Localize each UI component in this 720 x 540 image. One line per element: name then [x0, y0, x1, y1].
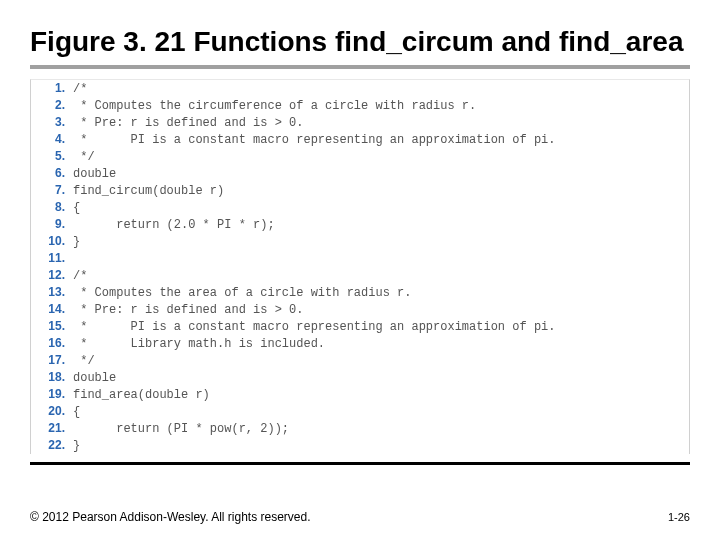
code-text: double	[73, 370, 116, 387]
code-line: 11.	[31, 250, 689, 267]
line-number: 13.	[31, 284, 73, 301]
code-text: * PI is a constant macro representing an…	[73, 132, 555, 149]
line-number: 5.	[31, 148, 73, 165]
code-line: 5. */	[31, 148, 689, 165]
line-number: 12.	[31, 267, 73, 284]
line-number: 17.	[31, 352, 73, 369]
line-number: 4.	[31, 131, 73, 148]
code-line: 12./*	[31, 267, 689, 284]
code-listing: 1./*2. * Computes the circumference of a…	[30, 79, 690, 454]
copyright-text: © 2012 Pearson Addison-Wesley. All right…	[30, 510, 311, 524]
code-line: 1./*	[31, 80, 689, 97]
line-number: 1.	[31, 80, 73, 97]
line-number: 11.	[31, 250, 73, 267]
code-text: }	[73, 438, 80, 455]
code-text: */	[73, 353, 95, 370]
code-text: * Computes the area of a circle with rad…	[73, 285, 411, 302]
code-text: * Pre: r is defined and is > 0.	[73, 302, 303, 319]
code-line: 20.{	[31, 403, 689, 420]
code-text: double	[73, 166, 116, 183]
code-line: 16. * Library math.h is included.	[31, 335, 689, 352]
code-line: 4. * PI is a constant macro representing…	[31, 131, 689, 148]
code-text: /*	[73, 268, 87, 285]
line-number: 19.	[31, 386, 73, 403]
line-number: 3.	[31, 114, 73, 131]
footer: © 2012 Pearson Addison-Wesley. All right…	[30, 510, 690, 524]
line-number: 6.	[31, 165, 73, 182]
code-line: 22.}	[31, 437, 689, 454]
line-number: 10.	[31, 233, 73, 250]
code-line: 21. return (PI * pow(r, 2));	[31, 420, 689, 437]
code-line: 19.find_area(double r)	[31, 386, 689, 403]
code-text: /*	[73, 81, 87, 98]
code-line: 17. */	[31, 352, 689, 369]
line-number: 20.	[31, 403, 73, 420]
code-line: 6.double	[31, 165, 689, 182]
code-text: * PI is a constant macro representing an…	[73, 319, 555, 336]
code-line: 13. * Computes the area of a circle with…	[31, 284, 689, 301]
code-text: {	[73, 404, 80, 421]
page-number: 1-26	[668, 511, 690, 523]
code-line: 10.}	[31, 233, 689, 250]
code-line: 8.{	[31, 199, 689, 216]
code-text: return (2.0 * PI * r);	[73, 217, 275, 234]
code-text: * Pre: r is defined and is > 0.	[73, 115, 303, 132]
line-number: 22.	[31, 437, 73, 454]
line-number: 7.	[31, 182, 73, 199]
code-line: 3. * Pre: r is defined and is > 0.	[31, 114, 689, 131]
line-number: 15.	[31, 318, 73, 335]
line-number: 14.	[31, 301, 73, 318]
bottom-rule	[30, 462, 690, 465]
line-number: 18.	[31, 369, 73, 386]
code-line: 7.find_circum(double r)	[31, 182, 689, 199]
code-line: 9. return (2.0 * PI * r);	[31, 216, 689, 233]
code-line: 14. * Pre: r is defined and is > 0.	[31, 301, 689, 318]
code-text: find_area(double r)	[73, 387, 210, 404]
code-line: 15. * PI is a constant macro representin…	[31, 318, 689, 335]
code-text: find_circum(double r)	[73, 183, 224, 200]
line-number: 2.	[31, 97, 73, 114]
code-text: * Library math.h is included.	[73, 336, 325, 353]
slide: Figure 3. 21 Functions find_circum and f…	[0, 0, 720, 540]
code-text: {	[73, 200, 80, 217]
code-text: */	[73, 149, 95, 166]
code-line: 18.double	[31, 369, 689, 386]
code-line: 2. * Computes the circumference of a cir…	[31, 97, 689, 114]
line-number: 16.	[31, 335, 73, 352]
figure-title: Figure 3. 21 Functions find_circum and f…	[30, 25, 690, 69]
line-number: 21.	[31, 420, 73, 437]
line-number: 9.	[31, 216, 73, 233]
code-text: * Computes the circumference of a circle…	[73, 98, 476, 115]
line-number: 8.	[31, 199, 73, 216]
code-text: return (PI * pow(r, 2));	[73, 421, 289, 438]
code-text: }	[73, 234, 80, 251]
